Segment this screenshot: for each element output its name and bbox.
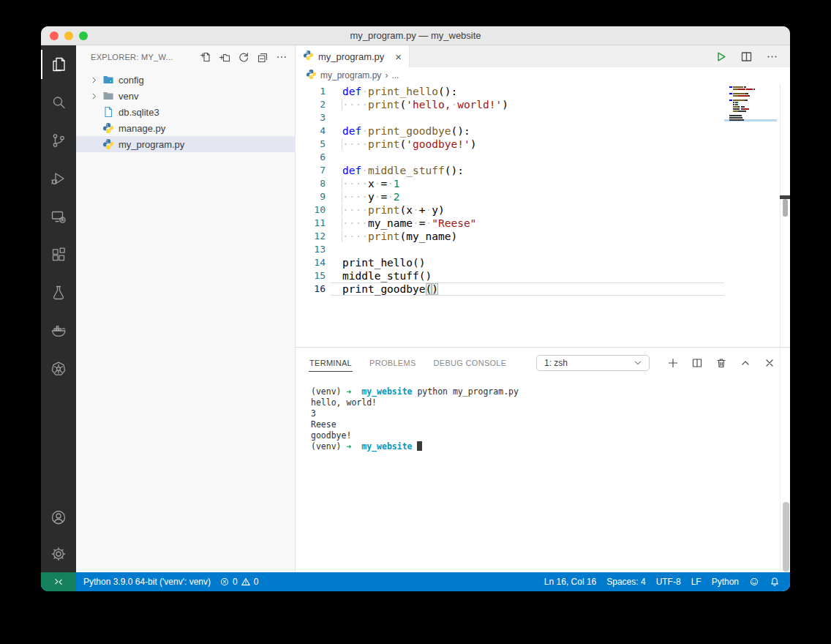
explorer-actions [200, 51, 287, 63]
panel-header: TERMINAL PROBLEMS DEBUG CONSOLE 1: zsh [296, 348, 790, 378]
collapse-all-icon[interactable] [257, 51, 268, 63]
minimap[interactable] [724, 83, 780, 347]
tab-debug-console[interactable]: DEBUG CONSOLE [433, 355, 508, 372]
panel-tabs: TERMINAL PROBLEMS DEBUG CONSOLE [309, 355, 507, 372]
split-terminal-icon[interactable] [691, 357, 703, 369]
line-number: 15 [296, 269, 331, 282]
more-actions-icon[interactable] [276, 51, 287, 63]
code-line[interactable]: 6 [296, 151, 790, 164]
titlebar: my_program.py — my_website [41, 26, 790, 45]
traffic-lights [50, 31, 88, 40]
language-mode-status[interactable]: Python [712, 577, 739, 587]
cursor-position-status[interactable]: Ln 16, Col 16 [544, 577, 596, 587]
python-interpreter-status[interactable]: Python 3.9.0 64-bit ('venv': venv) [83, 577, 211, 587]
notifications-bell-icon[interactable] [770, 577, 780, 587]
run-python-file-icon[interactable] [715, 50, 727, 63]
remote-explorer-icon[interactable] [41, 198, 76, 236]
feedback-smiley-icon[interactable] [749, 577, 759, 587]
code-line[interactable]: 10····print(x·+·y) [296, 203, 790, 217]
encoding-status[interactable]: UTF-8 [656, 577, 681, 587]
close-window-button[interactable] [50, 31, 59, 40]
tree-item-config[interactable]: config [76, 72, 295, 88]
maximize-panel-icon[interactable] [740, 357, 751, 369]
terminal-shell-select[interactable]: 1: zsh [536, 355, 650, 371]
tree-item-my_program.py[interactable]: my_program.py [76, 136, 295, 152]
new-file-icon[interactable] [200, 51, 211, 63]
zoom-window-button[interactable] [79, 31, 88, 40]
tab-bar: my_program.py × [296, 45, 790, 67]
tree-item-db.sqlite3[interactable]: db.sqlite3 [76, 104, 295, 120]
extensions-icon[interactable] [41, 236, 76, 274]
close-panel-icon[interactable] [764, 357, 775, 369]
tab-my-program[interactable]: my_program.py × [296, 45, 410, 67]
tree-item-manage.py[interactable]: manage.py [76, 120, 295, 136]
code-line[interactable]: 5····print('goodbye!') [296, 138, 790, 151]
code-line[interactable]: 7def·middle_stuff(): [296, 164, 790, 177]
kill-terminal-icon[interactable] [715, 357, 727, 369]
code-line[interactable]: 15middle_stuff() [296, 269, 790, 282]
terminal-line: hello, world! [311, 397, 790, 408]
chevron-right-icon[interactable] [88, 90, 99, 102]
new-terminal-icon[interactable] [667, 357, 679, 369]
line-number: 1 [296, 85, 331, 98]
tab-close-icon[interactable]: × [394, 51, 403, 62]
code-line[interactable]: 16print_goodbye() [296, 282, 790, 296]
editor-group: my_program.py × my_program.py › ... [296, 45, 790, 572]
code-line[interactable]: 13 [296, 243, 790, 256]
line-number: 8 [296, 177, 331, 190]
kubernetes-icon[interactable] [41, 350, 76, 388]
chevron-right-icon[interactable] [88, 74, 99, 86]
refresh-icon[interactable] [238, 51, 249, 63]
remote-indicator[interactable] [41, 572, 76, 591]
breadcrumb-file[interactable]: my_program.py [320, 70, 381, 80]
panel-scrollbar-thumb[interactable] [783, 502, 789, 572]
docker-icon[interactable] [41, 312, 76, 350]
terminal-cursor: █ [417, 441, 422, 451]
problems-status[interactable]: 0 0 [219, 577, 258, 587]
python-icon [306, 69, 317, 82]
search-icon[interactable] [41, 83, 76, 121]
line-number: 4 [296, 124, 331, 138]
indentation-status[interactable]: Spaces: 4 [606, 577, 645, 587]
testing-icon[interactable] [41, 274, 76, 312]
breadcrumb-symbol[interactable]: ... [391, 70, 399, 80]
tree-item-venv[interactable]: venv [76, 88, 295, 104]
code-line[interactable]: 8····x·=·1 [296, 177, 790, 190]
editor-scrollbar-thumb[interactable] [783, 199, 788, 217]
explorer-icon[interactable] [41, 45, 76, 83]
minimize-window-button[interactable] [64, 31, 73, 40]
bottom-panel: TERMINAL PROBLEMS DEBUG CONSOLE 1: zsh [296, 347, 790, 572]
python-icon [102, 138, 114, 150]
code-line[interactable]: 14print_hello() [296, 256, 790, 269]
line-number: 10 [296, 203, 331, 217]
code-editor[interactable]: 1def·print_hello():2····print('hello,·wo… [296, 83, 790, 347]
file-icon [102, 106, 114, 118]
code-line[interactable]: 2····print('hello,·world!') [296, 98, 790, 111]
code-line[interactable]: 9····y·=·2 [296, 190, 790, 203]
code-line[interactable]: 3 [296, 111, 790, 124]
accounts-icon[interactable] [41, 499, 76, 536]
more-actions-icon[interactable] [766, 50, 778, 63]
tab-terminal[interactable]: TERMINAL [309, 355, 353, 372]
eol-status[interactable]: LF [691, 577, 702, 587]
code-line[interactable]: 11····my_name·=·"Reese" [296, 217, 790, 230]
settings-gear-icon[interactable] [41, 536, 76, 572]
code-line[interactable]: 12····print(my_name) [296, 230, 790, 243]
panel-scrollbar-track [780, 348, 781, 572]
desktop-background: my_program.py — my_website [0, 0, 831, 644]
prompt-directory: my_website [361, 441, 412, 452]
code-line[interactable]: 1def·print_hello(): [296, 85, 790, 98]
new-folder-icon[interactable] [219, 51, 230, 63]
vscode-window: my_program.py — my_website [41, 26, 790, 591]
python-icon [303, 50, 314, 64]
source-control-icon[interactable] [41, 121, 76, 160]
editor-actions [715, 45, 790, 67]
tab-problems[interactable]: PROBLEMS [369, 355, 417, 372]
run-and-debug-icon[interactable] [41, 160, 76, 198]
terminal-output[interactable]: (venv) ➜ my_website python my_program.py… [311, 386, 790, 452]
code-line[interactable]: 4def·print_goodbye(): [296, 124, 790, 138]
line-number: 9 [296, 190, 331, 203]
terminal-line: goodbye! [311, 430, 790, 441]
line-number: 12 [296, 230, 331, 243]
split-editor-icon[interactable] [740, 50, 753, 63]
